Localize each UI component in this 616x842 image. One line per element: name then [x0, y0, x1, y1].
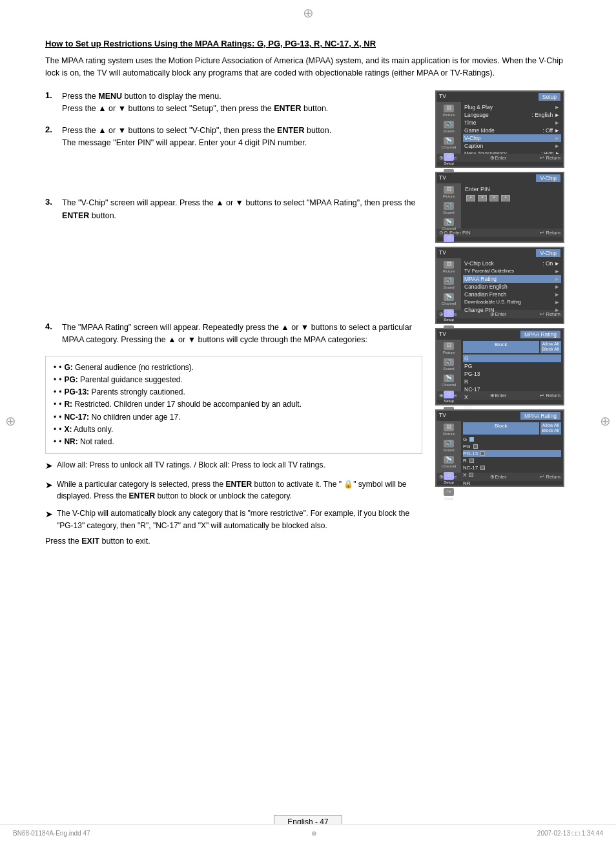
top-crosshair: ⊕: [303, 5, 314, 21]
note-2-text: While a particular category is selected,…: [57, 478, 422, 502]
rating-pg: PG: [463, 362, 561, 370]
menu-vchip-highlighted: V-Chip►: [463, 134, 561, 142]
screen-5-title: MPAA Rating: [520, 412, 560, 420]
screen-3-menu: V-Chip Lock: On ► TV Parental Guidelines…: [461, 258, 563, 310]
s5-g-label: G: [463, 436, 467, 442]
s5-x-label: X: [463, 472, 466, 478]
s2-sidebar-sound: 🔊 Sound: [443, 202, 454, 214]
screen-4-mpaa: TV MPAA Rating 🖼 Picture 🔊 Sound: [435, 328, 564, 406]
step-3-text: The "V-Chip" screen will appear. Press t…: [62, 197, 422, 222]
bullet-section: •G: General audience (no restrictions). …: [45, 356, 422, 454]
screen-4-title: MPAA Rating: [520, 331, 560, 338]
screen-5-tv-label: TV: [439, 412, 446, 420]
s4-channel-icon: 📡: [444, 375, 454, 382]
s3-sound: 🔊 Sound: [443, 277, 454, 289]
s4-setup: ⚙ Setup: [444, 391, 454, 403]
note-1: ➤ Allow all: Press to unlock all TV rati…: [45, 459, 422, 473]
s5-input: ↪ Input: [444, 488, 454, 500]
s4-sound: 🔊 Sound: [443, 358, 454, 371]
bullet-pg: •PG: Parental guidance suggested.: [54, 374, 414, 386]
channel-icon: 📡: [444, 137, 454, 145]
s5-nr-row: NR: [463, 480, 561, 487]
screen-5-content: Block Allow AllBlock All G PG PG-13: [461, 421, 563, 473]
s4-channel: 📡 Channel: [442, 375, 456, 387]
screen-2-content: Enter PIN * * * *: [461, 183, 563, 229]
crosshair-bottom-center: ⊕: [311, 830, 316, 837]
s5-r-row: R: [463, 457, 561, 464]
intro-text: The MPAA rating system uses the Motion P…: [45, 55, 571, 80]
bullet-g: •G: General audience (no restrictions).: [54, 362, 414, 374]
s5-block-header: Block: [463, 422, 539, 435]
rating-nc17: NC-17: [463, 385, 561, 393]
s5-channel: 📡 Channel: [442, 456, 456, 468]
s5-input-icon: ↪: [444, 488, 454, 496]
s2-sidebar-setup: ⚙ Setup: [444, 234, 454, 247]
s5-mpaa-headers: Block Allow AllBlock All: [463, 422, 561, 435]
s2-sidebar-channel: 📡 Channel: [442, 218, 456, 231]
step-1: 1. Press the MENU button to display the …: [45, 90, 422, 116]
block-header: Block: [463, 341, 539, 353]
bullet-nc17: •NC-17: No children under age 17.: [54, 411, 414, 424]
bottom-right-text: 2007-02-13 □□ 1:34:44: [537, 830, 603, 837]
sound-icon: 🔊: [444, 121, 454, 128]
note-2: ➤ While a particular category is selecte…: [45, 478, 422, 502]
screen-5-header: TV MPAA Rating: [436, 411, 563, 421]
step-3: 3. The "V-Chip" screen will appear. Pres…: [45, 197, 422, 222]
step-4: 4. The "MPAA Rating" screen will appear.…: [45, 322, 422, 347]
pin-dot-4: *: [501, 195, 510, 201]
s5-pg13-row: PG-13: [463, 450, 561, 457]
screen-4-sidebar: 🖼 Picture 🔊 Sound 📡 Channel ⚙: [436, 340, 461, 391]
note-3: ➤ The V-Chip will automatically block an…: [45, 508, 422, 531]
s3-picture: 🖼 Picture: [443, 261, 455, 273]
screen-3-header: TV V-Chip: [436, 248, 563, 258]
s3-picture-icon: 🖼: [444, 261, 454, 269]
menu-tv-parental: TV Parental Guidelines►: [463, 267, 561, 275]
screen-2-tv-label: TV: [439, 174, 446, 182]
bullet-x: •X: Adults only.: [54, 424, 414, 436]
note-3-text: The V-Chip will automatically block any …: [57, 508, 422, 531]
bullet-nr: •NR: Not rated.: [54, 436, 414, 448]
bullet-r: •R: Restricted. Children under 17 should…: [54, 398, 414, 411]
exit-text: Press the EXIT button to exit.: [45, 537, 422, 546]
s5-picture-icon: 🖼: [444, 424, 454, 431]
s4-sound-icon: 🔊: [444, 358, 454, 366]
menu-mpaa-rating-hl: MPAA Rating►: [463, 275, 561, 283]
screen-4-tv-label: TV: [439, 331, 446, 338]
menu-caption: Caption►: [463, 142, 561, 150]
s3-channel: 📡 Channel: [442, 293, 456, 305]
main-content: 1. Press the MENU button to display the …: [45, 90, 571, 546]
rating-pg13: PG-13: [463, 370, 561, 378]
screen-5-sidebar: 🖼 Picture 🔊 Sound 📡 Channel ⚙: [436, 421, 461, 473]
s5-sound-icon: 🔊: [444, 440, 454, 447]
s5-pg13-check: [480, 451, 485, 456]
note-1-arrow: ➤: [45, 459, 53, 473]
screen-4-header: TV MPAA Rating: [436, 329, 563, 340]
s5-pg-label: PG: [463, 444, 471, 449]
s2-picture-icon: 🖼: [444, 186, 454, 194]
screen-1-tv-label: TV: [439, 93, 446, 101]
pin-dot-1: *: [466, 195, 475, 201]
sidebar-sound: 🔊 Sound: [443, 121, 454, 133]
s5-nc17-row: NC-17: [463, 464, 561, 471]
s5-sound: 🔊 Sound: [443, 440, 454, 452]
s3-setup-icon: ⚙: [444, 309, 454, 317]
s2-setup-icon: ⚙: [444, 234, 454, 242]
screen-5-mpaa-check: TV MPAA Rating 🖼 Picture 🔊 Sound: [435, 409, 564, 487]
screen-1-header: TV Setup: [436, 92, 563, 102]
screen-1-title: Setup: [539, 93, 560, 101]
pin-dot-3: *: [489, 195, 498, 201]
screen-1-sidebar: 🖼 Picture 🔊 Sound 📡 Channel ⚙: [436, 102, 461, 154]
step-1-num: 1.: [45, 90, 57, 116]
mpaa-headers: Block Allow AllBlock All: [463, 341, 561, 353]
sidebar-setup-active: ⚙ Setup: [444, 153, 454, 165]
step-2-text: Press the ▲ or ▼ buttons to select "V-Ch…: [62, 125, 331, 150]
step-2-num: 2.: [45, 125, 57, 150]
screen-1-footer: ⊕ Move⊕Enter↩ Return: [436, 154, 563, 162]
screen-1-setup: TV Setup 🖼 Picture 🔊 Sound: [435, 90, 564, 168]
screen-3-vchip: TV V-Chip 🖼 Picture 🔊 Sound: [435, 247, 564, 324]
rating-g-hl: G: [463, 354, 561, 362]
note-2-arrow: ➤: [45, 478, 53, 502]
s2-channel-icon: 📡: [444, 218, 454, 226]
rating-r: R: [463, 378, 561, 385]
bottom-bar: BN68-01184A-Eng.indd 47 ⊕ 2007-02-13 □□ …: [0, 824, 616, 842]
